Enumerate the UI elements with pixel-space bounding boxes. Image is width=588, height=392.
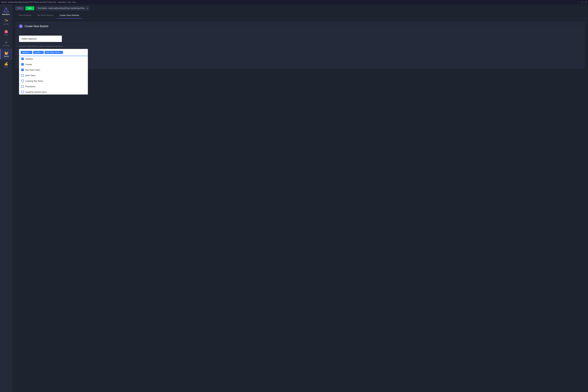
token-select-box[interactable]: Aphelion ✕ Travala ✕ Red Pulse Token ✕ — [19, 49, 88, 56]
sidebar-label-stake: Stake — [4, 66, 8, 68]
sidebar-item-exchange[interactable]: ⇄ Exchange — [0, 38, 12, 49]
sidebar-label-airdrop: Airdrop — [4, 23, 8, 25]
checkbox-phantasma[interactable] — [21, 85, 24, 88]
chevron-up-icon[interactable]: ⌃ — [82, 51, 86, 54]
remove-travala[interactable]: ✕ — [41, 52, 42, 54]
menu-application[interactable]: Application — [58, 1, 66, 3]
stake-icon: 💰 — [4, 62, 8, 66]
sidebar: WANDX 🪂 Airdrop 👛 Wallet ⇄ Exchange 🧺 Ba… — [0, 4, 12, 392]
token-option-label: Phantasma — [25, 85, 35, 88]
eth-button[interactable]: ETH — [15, 6, 24, 10]
create-basket-title: Create New Basket — [24, 25, 48, 28]
menu-view[interactable]: View — [72, 1, 76, 3]
checkbox-gagapay[interactable] — [21, 91, 24, 93]
title-bar: WandX - Desktop App Alpha (Ropsten ETH T… — [0, 0, 588, 4]
sidebar-item-airdrop[interactable]: 🪂 Airdrop — [0, 16, 12, 27]
tabs: Token Baskets My Token Baskets Create To… — [12, 12, 588, 18]
tab-my-token-baskets[interactable]: My Token Baskets — [34, 12, 57, 18]
logo-text: WANDX — [2, 14, 10, 15]
token-option-label: Red Pulse Token — [25, 69, 40, 71]
airdrop-icon: 🪂 — [4, 19, 8, 23]
sidebar-item-wallet[interactable]: 👛 Wallet — [0, 27, 12, 38]
sidebar-label-wallet: Wallet — [4, 34, 8, 36]
checkbox-travala[interactable]: ✓ — [21, 63, 24, 66]
wallet-select-wrap: Test Wallet - AeeDvsqQhxo92ydEZGgc7sgrN9… — [36, 6, 89, 10]
sidebar-item-basket[interactable]: 🧺 Basket — [0, 49, 12, 60]
token-option-label: Loopring Neo Token — [25, 80, 43, 82]
tab-token-baskets[interactable]: Token Baskets — [15, 12, 34, 18]
token-option-aphelion[interactable]: ✓ Aphelion — [19, 56, 88, 62]
menu-edit[interactable]: Edit — [68, 1, 71, 3]
token-option-red-pulse[interactable]: ✓ Red Pulse Token — [19, 67, 88, 73]
token-dropdown-list: ✓ Aphelion ✓ Travala ✓ Red Pulse Token — [19, 56, 88, 94]
logo: WANDX — [0, 4, 12, 16]
token-option-travala[interactable]: ✓ Travala — [19, 62, 88, 67]
create-basket-body: Choose Token(Please select at least two … — [15, 31, 585, 69]
minimize-button[interactable]: ─ — [578, 1, 580, 3]
neo-button[interactable]: NEO — [25, 6, 34, 10]
sidebar-label-basket: Basket — [4, 56, 9, 57]
app-title: WandX - Desktop App Alpha (Ropsten ETH T… — [1, 1, 56, 3]
token-dropdown: ✓ Aphelion ✓ Travala ✓ Red Pulse Token — [19, 56, 88, 94]
info-icon: i — [19, 24, 23, 28]
wallet-select[interactable]: Test Wallet - AeeDvsqQhxo92ydEZGgc7sgrN9… — [36, 6, 89, 10]
token-option-gagapay[interactable]: GagaPay network token — [19, 89, 88, 94]
token-tag-label: Red Pulse Token — [46, 51, 60, 54]
exchange-icon: ⇄ — [5, 40, 7, 44]
top-bar: ETH NEO Test Wallet - AeeDvsqQhxo92ydEZG… — [12, 4, 588, 12]
tab-create-token-baskets[interactable]: Create Token Baskets — [57, 12, 82, 18]
token-select-label: Choose Token(Please select at least two … — [19, 45, 581, 47]
main-content: ETH NEO Test Wallet - AeeDvsqQhxo92ydEZG… — [12, 4, 588, 392]
create-basket-header: i Create New Basket — [15, 22, 585, 31]
create-basket-panel: i Create New Basket Choose Token(Please … — [15, 22, 585, 69]
wallet-icon: 👛 — [4, 30, 8, 34]
token-tag-label: Travala — [34, 51, 40, 54]
checkbox-aphelion[interactable]: ✓ — [21, 58, 24, 60]
checkbox-loopring[interactable] — [21, 80, 24, 82]
token-option-label: Aphelion — [25, 58, 33, 60]
app-body: WANDX 🪂 Airdrop 👛 Wallet ⇄ Exchange 🧺 Ba… — [0, 4, 588, 392]
token-option-label: Travala — [25, 63, 32, 66]
remove-aphelion[interactable]: ✕ — [30, 52, 31, 54]
checkbox-qlink[interactable] — [21, 74, 24, 76]
wandx-logo-icon — [3, 7, 9, 13]
token-option-loopring[interactable]: Loopring Neo Token — [19, 78, 88, 84]
maximize-button[interactable]: □ — [581, 1, 584, 3]
window-controls[interactable]: ─ □ ✕ — [578, 1, 587, 3]
token-tag-label: Aphelion — [22, 51, 29, 54]
remove-red-pulse[interactable]: ✕ — [60, 52, 62, 54]
sidebar-label-exchange: Exchange — [3, 45, 9, 46]
token-tag-aphelion[interactable]: Aphelion ✕ — [21, 51, 32, 54]
page-content: i Create New Basket Choose Token(Please … — [12, 18, 588, 392]
basket-icon: 🧺 — [4, 51, 8, 55]
token-tag-travala[interactable]: Travala ✕ — [33, 51, 44, 54]
token-option-phantasma[interactable]: Phantasma — [19, 84, 88, 89]
token-tag-red-pulse[interactable]: Red Pulse Token ✕ — [44, 51, 63, 54]
token-tags-row: Aphelion ✕ Travala ✕ Red Pulse Token ✕ — [19, 49, 88, 56]
menu-bar[interactable]: Application Edit View — [58, 1, 76, 3]
basket-name-input[interactable] — [19, 36, 62, 42]
token-option-label: GagaPay network token — [25, 91, 46, 93]
token-option-label: Qlink Token — [25, 74, 36, 76]
close-button[interactable]: ✕ — [585, 1, 587, 3]
checkbox-red-pulse[interactable]: ✓ — [21, 69, 24, 71]
token-option-qlink[interactable]: Qlink Token — [19, 73, 88, 78]
sidebar-item-stake[interactable]: 💰 Stake — [0, 60, 12, 70]
